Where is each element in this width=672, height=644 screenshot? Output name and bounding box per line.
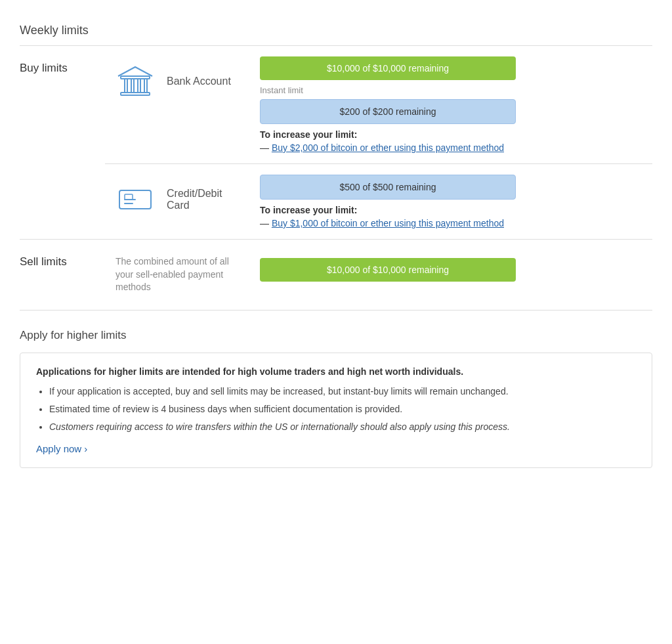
sell-limit-bar: $10,000 of $10,000 remaining <box>260 258 516 282</box>
apply-section-title: Apply for higher limits <box>20 311 652 350</box>
apply-box-bullets: If your application is accepted, buy and… <box>36 385 636 434</box>
bank-account-method: Bank Account <box>105 46 249 164</box>
weekly-limits-title: Weekly limits <box>20 13 652 45</box>
sell-limits-label: Sell limits <box>20 240 105 311</box>
bullet-1: If your application is accepted, buy and… <box>49 385 636 398</box>
bullet-2: Estimated time of review is 4 business d… <box>49 402 636 416</box>
bank-instant-limit-bar: $200 of $200 remaining <box>260 99 516 124</box>
card-increase-link[interactable]: Buy $1,000 of bitcoin or ether using thi… <box>272 218 504 228</box>
limits-table: Buy limits <box>20 46 652 311</box>
card-icon <box>116 180 155 219</box>
bank-increase-dash: — <box>260 142 269 153</box>
apply-box-title: Applications for higher limits are inten… <box>36 366 636 377</box>
bullet-3: Customers requiring access to wire trans… <box>49 420 636 434</box>
bank-increase-link[interactable]: Buy $2,000 of bitcoin or ether using thi… <box>272 142 504 153</box>
buy-limits-card-row: Credit/Debit Card $500 of $500 remaining… <box>20 164 652 240</box>
buy-limits-label: Buy limits <box>20 46 105 240</box>
svg-rect-5 <box>121 76 150 79</box>
apply-now-button[interactable]: Apply now › <box>36 443 87 454</box>
card-limits: $500 of $500 remaining To increase your … <box>249 164 652 240</box>
instant-label: Instant limit <box>260 85 652 95</box>
card-limit-bar: $500 of $500 remaining <box>260 175 516 200</box>
card-increase-label: To increase your limit: <box>260 205 652 215</box>
bank-icon <box>116 62 155 101</box>
card-increase-dash: — <box>260 218 269 228</box>
bank-increase-link-wrapper: — Buy $2,000 of bitcoin or ether using t… <box>260 142 652 153</box>
bank-account-name: Bank Account <box>167 75 231 87</box>
sell-limits-bar-cell: $10,000 of $10,000 remaining <box>249 240 652 311</box>
bank-increase-label: To increase your limit: <box>260 129 652 140</box>
svg-rect-2 <box>131 79 134 93</box>
card-increase-link-wrapper: — Buy $1,000 of bitcoin or ether using t… <box>260 218 652 228</box>
svg-rect-4 <box>144 79 147 93</box>
svg-rect-3 <box>138 79 140 93</box>
card-method: Credit/Debit Card <box>105 164 249 240</box>
bank-total-limit-bar: $10,000 of $10,000 remaining <box>260 56 516 80</box>
svg-rect-9 <box>125 194 133 200</box>
sell-description: The combined amount of all your sell-ena… <box>105 240 249 311</box>
svg-rect-1 <box>125 79 127 93</box>
buy-limits-bank-row: Buy limits <box>20 46 652 164</box>
card-name: Credit/Debit Card <box>167 188 239 211</box>
bank-account-limits: $10,000 of $10,000 remaining Instant lim… <box>249 46 652 164</box>
apply-box: Applications for higher limits are inten… <box>20 353 652 468</box>
sell-limits-row: Sell limits The combined amount of all y… <box>20 240 652 311</box>
